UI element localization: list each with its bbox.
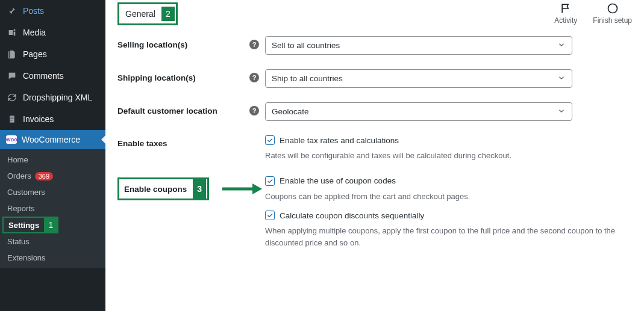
sidebar-item-pages[interactable]: Pages — [0, 43, 105, 65]
field-label: Enable coupons — [124, 185, 187, 194]
field-label: Shipping location(s) — [117, 73, 196, 82]
calc-sequential-checkbox[interactable]: Calculate coupon discounts sequentially — [265, 211, 632, 220]
sidebar-item-posts[interactable]: Posts — [0, 0, 105, 22]
row-shipping-location: Shipping location(s) ? Ship to all count… — [117, 69, 632, 88]
sidebar-subitem-label: Customers — [7, 188, 45, 197]
sidebar-subitem-label: Orders — [7, 171, 31, 180]
woocommerce-icon: Woo — [6, 135, 17, 144]
woocommerce-submenu: Home Orders 369 Customers Reports Settin… — [0, 149, 105, 268]
sidebar-subitem-label: Extensions — [7, 253, 46, 262]
sidebar-item-label: Posts — [23, 6, 44, 16]
checkbox-checked-icon — [265, 176, 275, 186]
field-label: Selling location(s) — [117, 40, 187, 49]
sidebar-subitem-home[interactable]: Home — [0, 152, 105, 168]
top-action-label: Finish setup — [593, 16, 632, 25]
tab-general[interactable]: General — [125, 9, 155, 19]
field-label: Enable taxes — [117, 139, 167, 148]
sidebar-subitem-extensions[interactable]: Extensions — [0, 250, 105, 266]
sidebar-item-woocommerce[interactable]: Woo WooCommerce — [0, 130, 105, 149]
field-description: Coupons can be applied from the cart and… — [265, 191, 632, 203]
pages-icon — [6, 48, 18, 60]
checkbox-label: Enable the use of coupon codes — [280, 176, 396, 185]
sidebar-subitem-reports[interactable]: Reports — [0, 200, 105, 217]
checkbox-label: Enable tax rates and calculations — [280, 136, 399, 145]
sidebar-item-label: Pages — [23, 49, 47, 59]
sidebar-subitem-status[interactable]: Status — [0, 233, 105, 250]
sidebar-subitem-label: Settings — [8, 221, 39, 230]
chevron-down-icon — [557, 40, 566, 51]
annotation-step-number: 1 — [44, 218, 57, 232]
chevron-down-icon — [557, 73, 566, 84]
row-enable-taxes: Enable taxes Enable tax rates and calcul… — [117, 135, 632, 162]
select-value: Sell to all countries — [272, 41, 340, 50]
circle-icon — [607, 2, 619, 16]
row-default-customer-location: Default customer location ? Geolocate — [117, 102, 632, 121]
row-selling-location: Selling location(s) ? Sell to all countr… — [117, 36, 632, 55]
pin-icon — [6, 5, 18, 17]
checkbox-checked-icon — [265, 135, 275, 145]
settings-panel: General 2 Activity Finish setup Selling … — [105, 0, 644, 311]
chevron-down-icon — [557, 106, 566, 117]
select-value: Ship to all countries — [272, 74, 343, 83]
admin-sidebar: Posts Media Pages Comments Dropshipping … — [0, 0, 105, 311]
media-icon — [6, 26, 18, 38]
sidebar-item-dropshipping[interactable]: Dropshipping XML — [0, 87, 105, 108]
sidebar-item-label: Media — [23, 28, 46, 37]
select-value: Geolocate — [272, 107, 309, 116]
checkbox-checked-icon — [265, 211, 275, 220]
sidebar-subitem-settings[interactable]: Settings — [4, 218, 44, 232]
field-description: Rates will be configurable and taxes wil… — [265, 150, 632, 162]
annotation-arrow-icon — [221, 182, 263, 196]
field-description: When applying multiple coupons, apply th… — [265, 225, 632, 248]
sidebar-subitem-customers[interactable]: Customers — [0, 184, 105, 200]
sidebar-item-label: WooCommerce — [22, 135, 80, 144]
sidebar-item-invoices[interactable]: Invoices — [0, 108, 105, 130]
sidebar-item-label: Comments — [23, 71, 64, 81]
flag-icon — [560, 2, 572, 16]
sidebar-subitem-orders[interactable]: Orders 369 — [0, 168, 105, 184]
enable-coupons-checkbox[interactable]: Enable the use of coupon codes — [265, 176, 632, 186]
sidebar-item-label: Dropshipping XML — [23, 93, 92, 102]
sidebar-item-media[interactable]: Media — [0, 22, 105, 43]
default-customer-location-select[interactable]: Geolocate — [265, 102, 572, 121]
annotation-general-tab-step: General 2 — [117, 2, 178, 25]
checkbox-label: Calculate coupon discounts sequentially — [280, 211, 424, 220]
shipping-location-select[interactable]: Ship to all countries — [265, 69, 572, 88]
enable-taxes-checkbox[interactable]: Enable tax rates and calculations — [265, 135, 632, 145]
orders-count-badge: 369 — [35, 172, 53, 180]
sidebar-item-label: Invoices — [23, 114, 54, 124]
row-enable-coupons: Enable coupons 3 Enable the use of coupo… — [117, 176, 632, 203]
sidebar-subitem-label: Reports — [7, 204, 35, 213]
comment-icon — [6, 70, 18, 82]
sidebar-item-comments[interactable]: Comments — [0, 65, 105, 87]
selling-location-select[interactable]: Sell to all countries — [265, 36, 572, 55]
svg-point-0 — [608, 4, 617, 13]
help-icon[interactable]: ? — [249, 73, 259, 82]
row-calc-sequential: Calculate coupon discounts sequentially … — [117, 211, 632, 248]
help-icon[interactable]: ? — [249, 106, 259, 115]
annotation-settings-step: Settings 1 — [2, 217, 58, 233]
annotation-step-number: 2 — [161, 7, 175, 21]
help-icon[interactable]: ? — [249, 40, 259, 49]
annotation-step-number: 3 — [193, 179, 206, 199]
refresh-icon — [6, 91, 18, 103]
field-label: Default customer location — [117, 106, 217, 115]
activity-button[interactable]: Activity — [554, 2, 577, 25]
sidebar-subitem-label: Home — [7, 155, 28, 164]
header-actions: Activity Finish setup — [554, 2, 632, 25]
sidebar-subitem-label: Status — [7, 237, 30, 246]
top-action-label: Activity — [554, 16, 577, 25]
top-bar: General 2 Activity Finish setup — [117, 0, 632, 25]
finish-setup-button[interactable]: Finish setup — [593, 2, 632, 25]
invoice-icon — [6, 113, 18, 125]
annotation-enable-coupons-step: Enable coupons 3 — [117, 177, 209, 200]
